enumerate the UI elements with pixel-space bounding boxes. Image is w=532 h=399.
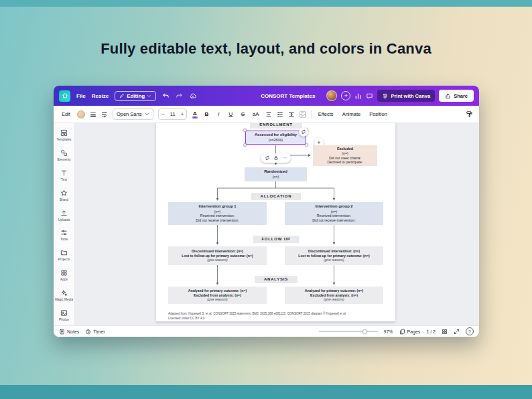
list-icon[interactable]	[277, 111, 283, 118]
horizontal-scrollbar[interactable]	[156, 321, 395, 323]
fill-color-swatch[interactable]	[77, 110, 85, 118]
transparency-icon[interactable]	[300, 111, 306, 118]
sidebar-item-magic-media[interactable]: Magic Media	[54, 285, 75, 305]
analysis-box-1[interactable]: Analyzed for primary outcome: (n=) Exclu…	[168, 287, 267, 304]
line-style-icon[interactable]	[90, 111, 96, 118]
followup-box-2[interactable]: Discontinued intervention: (n=) Lost to …	[285, 246, 383, 265]
elements-icon	[60, 149, 68, 157]
document-title[interactable]: CONSORT Templates	[261, 93, 315, 99]
sidebar-item-elements[interactable]: Elements	[54, 145, 75, 165]
effects-button[interactable]: Effects	[316, 110, 336, 118]
citation-line-2: Licensed under CC BY 4.0.	[168, 317, 385, 321]
analysis2-line2: Excluded from analysis: (n=)	[310, 293, 358, 298]
spacing-icon[interactable]	[288, 111, 295, 118]
assessed-eligibility-box[interactable]: Assessed for eligibility (n=2604)	[245, 131, 306, 145]
phase-banner-enrollment[interactable]: ENROLLMENT	[250, 123, 302, 129]
zoom-slider-knob[interactable]	[362, 329, 367, 334]
citation-text[interactable]: Adapted from: Hopewell S, et al. CONSORT…	[168, 312, 385, 321]
sidebar-item-label: Magic Media	[55, 298, 73, 301]
cloud-sync-icon[interactable]	[189, 92, 197, 100]
font-size-value[interactable]: 11	[168, 111, 178, 117]
italic-button[interactable]: I	[215, 111, 222, 117]
notes-button[interactable]: Notes	[59, 329, 79, 335]
selection-handle[interactable]	[243, 129, 247, 132]
plus-icon: +	[344, 93, 348, 99]
sidebar-item-photos[interactable]: Photos	[54, 305, 75, 325]
group2-line2: Did not receive intervention:	[312, 218, 355, 223]
comments-icon[interactable]	[366, 92, 373, 100]
text-color-button[interactable]: A	[192, 110, 198, 118]
selection-handle[interactable]	[243, 143, 247, 147]
notes-label: Notes	[67, 329, 79, 334]
help-button[interactable]: ?	[466, 327, 474, 335]
styles-roller-icon[interactable]	[466, 110, 473, 118]
assessed-title: Assessed for eligibility	[255, 133, 297, 138]
sidebar-item-apps[interactable]: Apps	[54, 265, 75, 285]
sidebar-item-label: Elements	[58, 158, 71, 161]
bold-button[interactable]: B	[203, 111, 210, 117]
phase-banner-allocation[interactable]: ALLOCATION	[251, 193, 301, 200]
selection-handle[interactable]	[305, 143, 308, 147]
print-with-canva-button[interactable]: Print with Canva	[377, 90, 435, 102]
insights-icon[interactable]	[354, 92, 362, 100]
design-canvas[interactable]: ENROLLMENT Assessed for eligibility (n=2…	[75, 123, 479, 325]
animate-button[interactable]: Animate	[340, 110, 363, 118]
chevron-down-icon	[147, 94, 151, 98]
followup-box-1[interactable]: Discontinued intervention: (n=) Lost to …	[168, 246, 267, 265]
resize-menu[interactable]: Resize	[92, 93, 109, 99]
underline-button[interactable]: U	[227, 111, 235, 117]
sidebar-item-text[interactable]: Text	[54, 165, 75, 185]
randomized-box[interactable]: Randomized (n=)	[245, 167, 307, 181]
more-options-icon[interactable]: ⋯	[282, 155, 287, 161]
phase-banner-analysis[interactable]: ANALYSIS	[255, 276, 297, 283]
redo-icon[interactable]	[176, 92, 183, 100]
pages-button[interactable]: Pages	[399, 329, 421, 335]
page-background: Fully editable text, layout, and colors …	[0, 0, 532, 399]
object-panel-sidebar: Templates Elements Text Brand Uploads	[54, 123, 75, 325]
followup2-line1: Discontinued intervention: (n=)	[308, 249, 360, 254]
editing-mode-dropdown[interactable]: Editing	[115, 91, 156, 101]
excluded-box[interactable]: Excluded (n=) Did not meet criteria: Dec…	[313, 145, 377, 166]
templates-icon	[60, 129, 68, 137]
sidebar-item-brand[interactable]: Brand	[54, 185, 75, 206]
phase-banner-followup[interactable]: FOLLOW UP	[253, 236, 299, 243]
zoom-slider[interactable]	[319, 331, 378, 332]
followup1-line2: Lost to follow-up for primary outcome: (…	[182, 254, 253, 258]
sidebar-item-projects[interactable]: Projects	[54, 245, 75, 265]
text-align-icon[interactable]	[265, 111, 272, 118]
font-size-stepper[interactable]: − 11 +	[158, 108, 187, 120]
edit-button[interactable]: Edit	[60, 110, 72, 118]
sidebar-item-label: Apps	[60, 278, 68, 281]
home-button[interactable]	[59, 90, 70, 102]
position-button[interactable]: Position	[367, 110, 389, 118]
file-menu[interactable]: File	[76, 93, 86, 99]
zoom-level[interactable]: 97%	[384, 329, 393, 334]
sidebar-item-templates[interactable]: Templates	[54, 125, 75, 145]
document-page[interactable]: ENROLLMENT Assessed for eligibility (n=2…	[156, 123, 395, 321]
font-family-select[interactable]: Open Sans	[113, 108, 154, 120]
share-button[interactable]: Share	[439, 90, 474, 102]
grid-view-icon[interactable]	[442, 329, 448, 335]
sidebar-item-uploads[interactable]: Uploads	[54, 206, 75, 226]
undo-icon[interactable]	[162, 92, 170, 100]
text-wrap-icon[interactable]	[101, 111, 108, 118]
quick-actions-pill[interactable]: ⋯	[261, 153, 291, 163]
lock-icon[interactable]	[273, 155, 279, 161]
add-member-button[interactable]: +	[341, 91, 350, 100]
share-icon	[445, 93, 451, 99]
font-size-decrease[interactable]: −	[159, 111, 167, 117]
timer-button[interactable]: Timer	[85, 329, 105, 335]
analysis-box-2[interactable]: Analyzed for primary outcome: (n=) Exclu…	[285, 287, 383, 304]
strikethrough-button[interactable]: S	[239, 111, 247, 117]
intervention-group-2-box[interactable]: Intervention group 2 (n=) Received inter…	[285, 202, 383, 225]
intervention-group-1-box[interactable]: Intervention group 1 (n=) Received inter…	[168, 202, 267, 225]
swap-element-button[interactable]	[299, 127, 308, 137]
sidebar-item-tools[interactable]: Tools	[54, 226, 75, 246]
rotate-icon[interactable]	[265, 155, 270, 161]
top-teal-strip	[0, 0, 532, 7]
avatar[interactable]	[326, 90, 337, 101]
timer-label: Timer	[93, 329, 105, 334]
text-case-button[interactable]: aA	[251, 111, 261, 117]
font-size-increase[interactable]: +	[178, 111, 186, 117]
fullscreen-icon[interactable]	[454, 329, 460, 335]
